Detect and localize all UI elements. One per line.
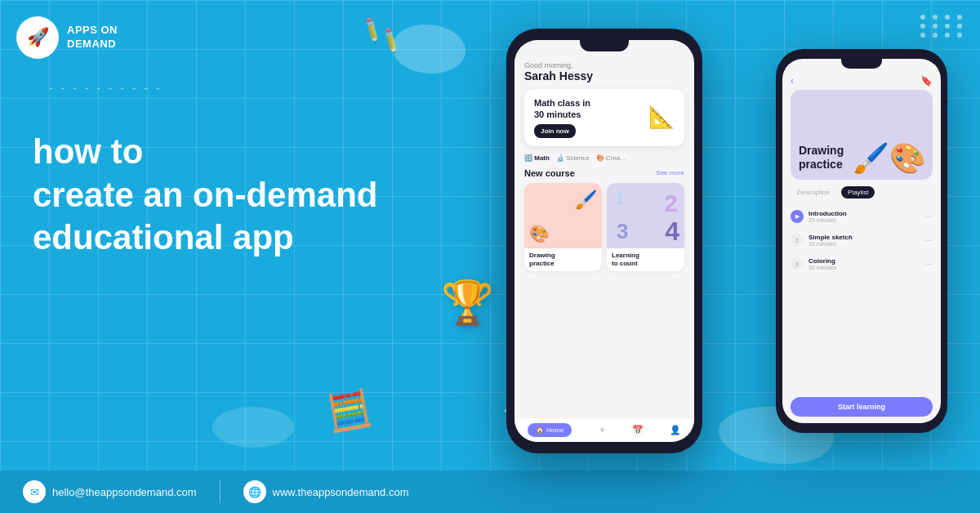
- playlist-item-2[interactable]: 2 Simple sketch 15 minutes ⋯: [791, 229, 933, 252]
- playlist-item-3-duration: 30 minutes: [808, 265, 836, 270]
- playlist-item-2-num: 2: [791, 234, 804, 247]
- footer-email: ✉ hello@theappsondemand.com: [0, 480, 220, 503]
- home-icon: 🏠: [536, 426, 544, 434]
- phone2-course-title: Drawingpractice: [799, 144, 844, 172]
- section-header: New course See more: [524, 168, 684, 178]
- search-nav-icon[interactable]: ⚬: [599, 425, 606, 435]
- category-math[interactable]: 🔢 Math: [524, 154, 550, 162]
- playlist-item-1-info: Introduction 25 minutes: [808, 210, 847, 223]
- category-tabs: 🔢 Math 🔬 Science 🎨 Crea...: [524, 154, 684, 162]
- phone2-notch: [841, 59, 882, 69]
- number-4: 4: [665, 218, 679, 244]
- playlist-item-3-num: 3: [791, 257, 804, 270]
- playlist-item-2-icon: ⋯: [924, 236, 933, 245]
- decorative-dashes: - - - - - - - - - -: [49, 82, 163, 95]
- course-counting-label: Learningto count: [607, 248, 684, 272]
- headline-line1: how to: [33, 131, 377, 174]
- playlist-item-2-info: Simple sketch 15 minutes: [808, 234, 853, 247]
- calculator-decoration: 🧮: [323, 386, 375, 435]
- phone2-header: ‹ 🔖: [782, 72, 941, 90]
- dot: [957, 33, 962, 38]
- number-3: 3: [617, 221, 628, 242]
- decorative-blob-left: [212, 407, 294, 448]
- playlist-item-3-left: 3 Coloring 30 minutes: [791, 257, 836, 270]
- pencil-decoration: ✏️✏️: [357, 15, 406, 56]
- home-label: Home: [546, 426, 564, 434]
- headline-line3: educational app: [33, 216, 377, 260]
- phones-container: Good morning, Sarah Hessy Math class in3…: [482, 16, 956, 471]
- join-now-button[interactable]: Join now: [534, 124, 576, 138]
- dot: [957, 15, 962, 20]
- banner-emoji: 📐: [648, 105, 675, 130]
- playlist-item-1-duration: 25 minutes: [808, 217, 847, 223]
- playlist-item-2-duration: 15 minutes: [808, 241, 853, 247]
- banner-title: Math class in30 minutes: [534, 97, 590, 121]
- playlist-item-2-title: Simple sketch: [808, 234, 853, 241]
- playlist-tab[interactable]: Playlist: [841, 186, 875, 199]
- playlist-item-1-num: ▶: [791, 210, 804, 223]
- headline-line2: create an on-demand: [33, 174, 377, 217]
- phone-main-screen: Good morning, Sarah Hessy Math class in3…: [514, 40, 694, 442]
- phone-notch: [580, 40, 629, 51]
- phone2-hero-image: 🖌️🎨: [853, 141, 926, 176]
- brush-icon: 🖌️: [575, 190, 597, 211]
- banner-card: Math class in30 minutes Join now 📐: [524, 89, 684, 146]
- start-learning-button[interactable]: Start learning: [791, 397, 933, 417]
- course-counting-image: 2 1 3 4: [607, 183, 684, 248]
- logo: 🚀 APPS ON DEMAND: [16, 16, 118, 59]
- footer-website: 🌐 www.theappsondemand.com: [220, 480, 432, 503]
- footer-bar: ✉ hello@theappsondemand.com 🌐 www.theapp…: [0, 471, 980, 513]
- profile-nav-icon[interactable]: 👤: [670, 425, 681, 435]
- phone2-hero: Drawingpractice 🖌️🎨: [791, 90, 933, 180]
- course-card-counting[interactable]: 2 1 3 4 Learningto count: [607, 183, 684, 272]
- course-drawing-image: 🖌️ 🎨: [524, 183, 602, 248]
- playlist-item-3-icon: ⋯: [924, 260, 933, 269]
- playlist-item-1[interactable]: ▶ Introduction 25 minutes ⋯: [791, 205, 933, 229]
- playlist-item-3-info: Coloring 30 minutes: [808, 257, 836, 270]
- bookmark-icon[interactable]: 🔖: [920, 75, 933, 87]
- phone-secondary-screen: ‹ 🔖 Drawingpractice 🖌️🎨 Description Play…: [782, 59, 941, 423]
- user-name: Sarah Hessy: [524, 69, 684, 83]
- playlist-item-1-icon: ⋯: [924, 212, 933, 221]
- home-button[interactable]: 🏠 Home: [528, 423, 572, 437]
- email-icon: ✉: [23, 480, 46, 503]
- section-title: New course: [524, 168, 575, 178]
- number-2: 2: [664, 191, 678, 216]
- rocket-icon: 🚀: [27, 27, 49, 48]
- playlist-item-2-left: 2 Simple sketch 15 minutes: [791, 234, 853, 247]
- category-creative[interactable]: 🎨 Crea...: [596, 154, 626, 162]
- category-science[interactable]: 🔬 Science: [556, 154, 590, 162]
- dot: [957, 24, 962, 29]
- headline: how to create an on-demand educational a…: [33, 131, 377, 260]
- calendar-nav-icon[interactable]: 📅: [632, 425, 644, 435]
- email-address: hello@theappsondemand.com: [52, 486, 197, 498]
- phone2-tabs: Description Playlist: [782, 186, 941, 199]
- playlist-item-3-title: Coloring: [808, 257, 836, 265]
- playlist-item-1-title: Introduction: [808, 210, 847, 217]
- phone-main: Good morning, Sarah Hessy Math class in3…: [506, 29, 702, 453]
- logo-text: APPS ON DEMAND: [67, 24, 118, 51]
- phone-secondary: ‹ 🔖 Drawingpractice 🖌️🎨 Description Play…: [776, 49, 947, 433]
- description-tab[interactable]: Description: [791, 186, 836, 199]
- phone-content: Good morning, Sarah Hessy Math class in3…: [514, 56, 694, 417]
- course-card-drawing[interactable]: 🖌️ 🎨 Drawingpractice: [524, 183, 602, 272]
- playlist-item-1-left: ▶ Introduction 25 minutes: [791, 210, 847, 223]
- course-drawing-label: Drawingpractice: [524, 248, 602, 272]
- playlist-item-3[interactable]: 3 Coloring 30 minutes ⋯: [791, 252, 933, 276]
- globe-icon: 🌐: [243, 480, 266, 503]
- back-button[interactable]: ‹: [791, 75, 794, 87]
- see-more-link[interactable]: See more: [656, 169, 684, 176]
- website-url: www.theappsondemand.com: [273, 486, 409, 498]
- number-1: 1: [615, 190, 625, 207]
- decorative-blob-top: [392, 25, 466, 74]
- playlist: ▶ Introduction 25 minutes ⋯ 2 Simple ske…: [782, 205, 941, 390]
- phone-bottom-nav: 🏠 Home ⚬ 📅 👤: [514, 417, 694, 442]
- course-cards: 🖌️ 🎨 Drawingpractice 2 1 3 4 Learningto …: [524, 183, 684, 272]
- palette-icon: 🎨: [529, 224, 550, 243]
- greeting-text: Good morning,: [524, 61, 684, 69]
- banner-content: Math class in30 minutes Join now: [534, 97, 590, 138]
- logo-icon: 🚀: [16, 16, 59, 59]
